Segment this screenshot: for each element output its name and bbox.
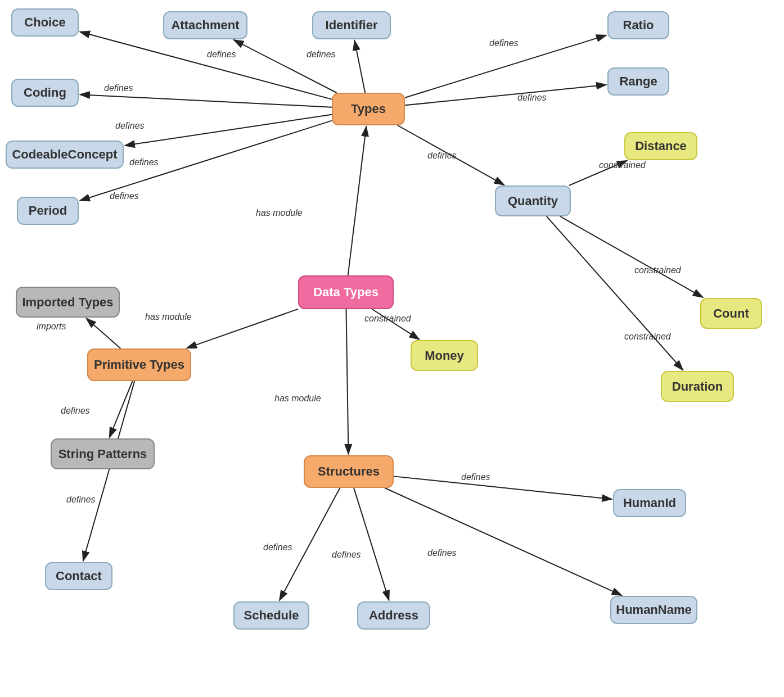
node-humanid[interactable]: HumanId — [613, 489, 686, 517]
svg-line-23 — [385, 488, 622, 595]
edge-label-types-range: defines — [517, 93, 547, 103]
node-range[interactable]: Range — [607, 67, 669, 96]
svg-line-8 — [405, 85, 606, 106]
edge-label-quantity-count: constrained — [634, 265, 681, 275]
edge-label-types-coding: defines — [115, 121, 145, 131]
edge-label-types-attachment: defines — [207, 49, 236, 60]
svg-line-5 — [233, 40, 336, 93]
node-stringpatterns[interactable]: String Patterns — [51, 438, 155, 469]
edge-label-datatypes-primitivetypes: has module — [145, 312, 192, 322]
svg-line-7 — [405, 35, 606, 98]
edge-label-quantity-distance: constrained — [599, 160, 646, 170]
svg-line-16 — [83, 381, 135, 561]
svg-line-15 — [110, 381, 133, 437]
node-contact[interactable]: Contact — [45, 562, 112, 590]
node-attachment[interactable]: Attachment — [163, 11, 247, 39]
edge-label-structures-humanname: defines — [427, 548, 457, 558]
svg-line-20 — [394, 476, 612, 499]
node-datatypes[interactable]: Data Types — [298, 275, 394, 309]
node-duration[interactable]: Duration — [661, 371, 734, 402]
node-ratio[interactable]: Ratio — [607, 11, 669, 39]
svg-line-13 — [372, 309, 420, 340]
svg-line-22 — [354, 488, 389, 600]
edge-label-datatypes-money: constrained — [364, 314, 411, 324]
svg-line-2 — [80, 94, 332, 107]
edge-label-datatypes-structures: has module — [274, 393, 321, 404]
edge-label-types-ratio: defines — [489, 38, 519, 48]
svg-line-21 — [280, 488, 340, 600]
edge-label-primitivetypes-stringpatterns: defines — [61, 406, 90, 416]
edge-label-structures-schedule: defines — [263, 542, 292, 553]
node-primitivetypes[interactable]: Primitive Types — [87, 348, 191, 381]
node-structures[interactable]: Structures — [304, 455, 394, 488]
svg-line-3 — [125, 115, 332, 146]
svg-line-11 — [187, 309, 298, 348]
edge-label-primitivetypes-contact: defines — [66, 495, 96, 505]
svg-line-18 — [560, 216, 703, 297]
svg-line-9 — [398, 125, 504, 185]
svg-line-14 — [86, 318, 120, 348]
edge-label-types-choice: defines — [104, 83, 133, 93]
edge-label-quantity-duration: constrained — [624, 332, 671, 342]
svg-line-17 — [569, 161, 627, 185]
node-distance[interactable]: Distance — [624, 132, 697, 160]
svg-line-1 — [80, 32, 332, 99]
edge-label-types-quantity: defines — [427, 151, 457, 161]
edge-label-types-period: defines — [110, 191, 139, 201]
node-count[interactable]: Count — [700, 298, 762, 329]
node-address[interactable]: Address — [357, 601, 430, 630]
svg-line-19 — [547, 216, 683, 370]
node-codeableconcept[interactable]: CodeableConcept — [6, 141, 124, 169]
node-money[interactable]: Money — [411, 340, 478, 371]
node-importedtypes[interactable]: Imported Types — [16, 287, 120, 318]
node-types[interactable]: Types — [332, 93, 405, 125]
edge-label-types-identifier: defines — [307, 49, 336, 60]
node-period[interactable]: Period — [17, 197, 79, 225]
node-identifier[interactable]: Identifier — [312, 11, 391, 39]
node-choice[interactable]: Choice — [11, 8, 79, 37]
svg-line-10 — [348, 126, 367, 275]
edge-label-primitivetypes-importedtypes: imports — [37, 322, 66, 332]
edge-label-datatypes-types: has module — [256, 208, 303, 218]
node-quantity[interactable]: Quantity — [495, 185, 571, 216]
node-schedule[interactable]: Schedule — [233, 601, 309, 630]
svg-line-12 — [346, 309, 348, 454]
svg-line-6 — [354, 40, 365, 93]
node-coding[interactable]: Coding — [11, 79, 79, 107]
edge-label-types-codeableconcept: defines — [129, 157, 159, 168]
edge-label-structures-humanid: defines — [461, 472, 490, 482]
edge-label-structures-address: defines — [332, 550, 361, 560]
node-humanname[interactable]: HumanName — [610, 596, 697, 624]
